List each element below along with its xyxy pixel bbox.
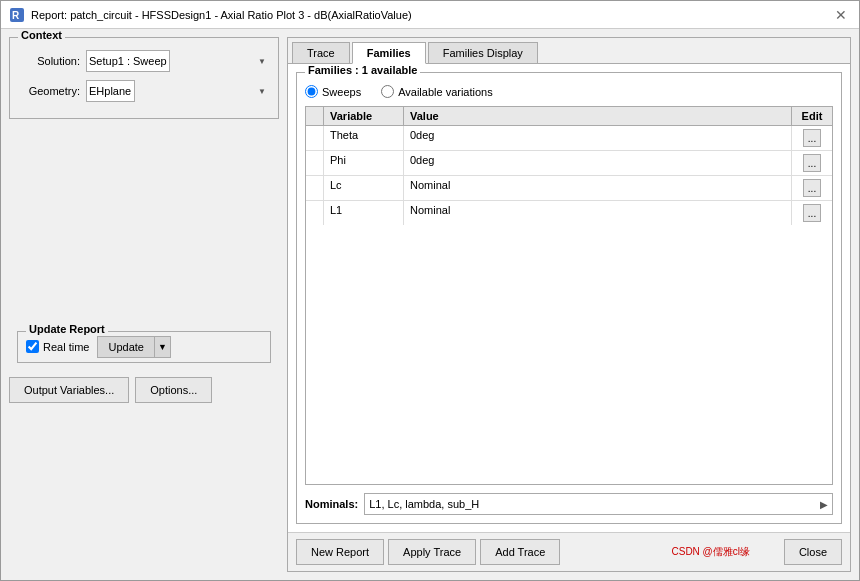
- cell-variable-3: L1: [324, 201, 404, 225]
- geometry-select-wrapper: EHplane: [86, 80, 270, 102]
- window-title: Report: patch_circuit - HFSSDesign1 - Ax…: [31, 9, 412, 21]
- available-variations-label: Available variations: [398, 86, 493, 98]
- realtime-checkbox[interactable]: [26, 340, 39, 353]
- col-header-variable: Variable: [324, 107, 404, 125]
- edit-button-1[interactable]: ...: [803, 154, 821, 172]
- update-btn-wrapper: Update ▼: [97, 336, 170, 358]
- cell-value-3: Nominal: [404, 201, 792, 225]
- cell-value-2: Nominal: [404, 176, 792, 200]
- close-window-button[interactable]: ✕: [831, 7, 851, 23]
- row-selector-1: [306, 151, 324, 175]
- available-variations-radio[interactable]: [381, 85, 394, 98]
- main-window: R Report: patch_circuit - HFSSDesign1 - …: [0, 0, 860, 581]
- tab-families-display[interactable]: Families Display: [428, 42, 538, 63]
- realtime-checkbox-label[interactable]: Real time: [26, 340, 89, 353]
- table-header: Variable Value Edit: [306, 107, 832, 126]
- cell-value-1: 0deg: [404, 151, 792, 175]
- header-selector: [306, 107, 324, 125]
- cell-value-0: 0deg: [404, 126, 792, 150]
- families-group-title: Families : 1 available: [305, 64, 420, 76]
- add-trace-button[interactable]: Add Trace: [480, 539, 560, 565]
- update-report-group: Update Report Real time Update ▼: [17, 331, 271, 363]
- edit-button-0[interactable]: ...: [803, 129, 821, 147]
- available-variations-radio-label[interactable]: Available variations: [381, 85, 493, 98]
- tab-trace[interactable]: Trace: [292, 42, 350, 63]
- options-button[interactable]: Options...: [135, 377, 212, 403]
- title-bar: R Report: patch_circuit - HFSSDesign1 - …: [1, 1, 859, 29]
- realtime-label: Real time: [43, 341, 89, 353]
- table-row: L1 Nominal ...: [306, 201, 832, 225]
- table-row: Phi 0deg ...: [306, 151, 832, 176]
- context-group: Context Solution: Setup1 : Sweep Geometr…: [9, 37, 279, 119]
- solution-select-wrapper: Setup1 : Sweep: [86, 50, 270, 72]
- tab-bar: Trace Families Families Display: [288, 38, 850, 64]
- solution-label: Solution:: [18, 55, 86, 67]
- row-selector-3: [306, 201, 324, 225]
- apply-trace-button[interactable]: Apply Trace: [388, 539, 476, 565]
- update-report-title: Update Report: [26, 323, 108, 335]
- nominals-label: Nominals:: [305, 498, 358, 510]
- sweeps-radio[interactable]: [305, 85, 318, 98]
- families-tab-content: Families : 1 available Sweeps Available …: [288, 64, 850, 532]
- left-panel: Context Solution: Setup1 : Sweep Geometr…: [9, 37, 279, 572]
- table-body: Theta 0deg ... Phi 0deg ... Lc Nominal .…: [306, 126, 832, 225]
- output-variables-button[interactable]: Output Variables...: [9, 377, 129, 403]
- update-button[interactable]: Update: [97, 336, 154, 358]
- col-header-edit: Edit: [792, 107, 832, 125]
- new-report-button[interactable]: New Report: [296, 539, 384, 565]
- svg-text:R: R: [12, 10, 20, 21]
- right-bottom-bar: New Report Apply Trace Add Trace Close C…: [288, 532, 850, 571]
- app-icon: R: [9, 7, 25, 23]
- right-panel: Trace Families Families Display Families…: [287, 37, 851, 572]
- solution-row: Solution: Setup1 : Sweep: [18, 50, 270, 72]
- row-selector-2: [306, 176, 324, 200]
- nominals-value: L1, Lc, lambda, sub_H ▶: [364, 493, 833, 515]
- title-bar-left: R Report: patch_circuit - HFSSDesign1 - …: [9, 7, 412, 23]
- cell-edit-3[interactable]: ...: [792, 201, 832, 225]
- watermark: CSDN @儒雅cl缘: [672, 545, 751, 559]
- nominals-arrow-icon: ▶: [820, 499, 828, 510]
- geometry-label: Geometry:: [18, 85, 86, 97]
- cell-variable-2: Lc: [324, 176, 404, 200]
- nominals-text: L1, Lc, lambda, sub_H: [369, 498, 479, 510]
- update-dropdown-arrow[interactable]: ▼: [155, 336, 171, 358]
- families-table: Variable Value Edit Theta 0deg ... Phi 0…: [305, 106, 833, 485]
- left-spacer: [9, 127, 279, 323]
- table-row: Lc Nominal ...: [306, 176, 832, 201]
- context-group-title: Context: [18, 29, 65, 41]
- cell-edit-0[interactable]: ...: [792, 126, 832, 150]
- edit-button-2[interactable]: ...: [803, 179, 821, 197]
- geometry-row: Geometry: EHplane: [18, 80, 270, 102]
- sweeps-radio-label[interactable]: Sweeps: [305, 85, 361, 98]
- col-header-value: Value: [404, 107, 792, 125]
- left-bottom-buttons: Output Variables... Options...: [9, 377, 279, 573]
- solution-select[interactable]: Setup1 : Sweep: [86, 50, 170, 72]
- row-selector-0: [306, 126, 324, 150]
- tab-families[interactable]: Families: [352, 42, 426, 64]
- cell-variable-1: Phi: [324, 151, 404, 175]
- main-content: Context Solution: Setup1 : Sweep Geometr…: [1, 29, 859, 580]
- edit-button-3[interactable]: ...: [803, 204, 821, 222]
- cell-edit-1[interactable]: ...: [792, 151, 832, 175]
- radio-row: Sweeps Available variations: [305, 85, 833, 98]
- nominals-row: Nominals: L1, Lc, lambda, sub_H ▶: [305, 493, 833, 515]
- table-row: Theta 0deg ...: [306, 126, 832, 151]
- cell-variable-0: Theta: [324, 126, 404, 150]
- families-group: Families : 1 available Sweeps Available …: [296, 72, 842, 524]
- cell-edit-2[interactable]: ...: [792, 176, 832, 200]
- geometry-select[interactable]: EHplane: [86, 80, 135, 102]
- close-button[interactable]: Close: [784, 539, 842, 565]
- sweeps-label: Sweeps: [322, 86, 361, 98]
